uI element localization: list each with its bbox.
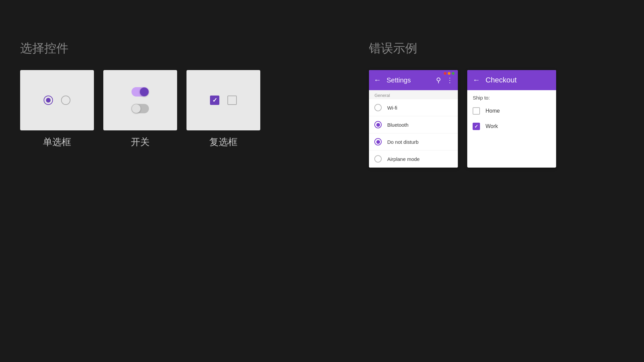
checkout-item-work[interactable]: ✓ Work [467, 119, 556, 134]
settings-bluetooth-text: Bluetooth [387, 122, 408, 128]
checkbox-card: ✓ [186, 70, 260, 130]
settings-item-wifi[interactable]: Wi-fi [369, 99, 458, 116]
back-arrow-icon[interactable]: ← [374, 76, 381, 84]
radio-wifi-icon [374, 104, 382, 111]
checkbox-card-group: ✓ 复选框 [186, 70, 260, 148]
status-dots [440, 70, 458, 77]
checkbox-group: ✓ [210, 96, 237, 105]
checkout-ship-to: Ship to: [467, 90, 556, 103]
radio-bluetooth-icon [374, 121, 382, 128]
page-content: 选择控件 单选框 [0, 0, 644, 188]
toggle-card [103, 70, 177, 130]
radio-airplane-icon [374, 155, 382, 163]
checkmark-work-icon: ✓ [474, 124, 478, 129]
more-icon[interactable]: ⋮ [446, 76, 453, 84]
left-section: 选择控件 单选框 [20, 40, 260, 148]
radio-card-group: 单选框 [20, 70, 94, 148]
dot-red [444, 72, 446, 75]
demo-cards: 单选框 开关 [20, 70, 260, 148]
toggle-on[interactable] [131, 87, 149, 97]
toggle-on-knob [140, 87, 149, 96]
radio-inner-dot [46, 98, 51, 103]
toggle-group [131, 87, 149, 113]
checkout-item-home[interactable]: Home [467, 103, 556, 119]
toggle-off-knob [132, 104, 141, 113]
checkmark-icon: ✓ [212, 97, 217, 104]
checkout-back-icon[interactable]: ← [473, 76, 480, 84]
checkbox-label: 复选框 [209, 136, 237, 148]
checkbox-work-icon: ✓ [473, 123, 480, 130]
settings-general-label: General [369, 90, 458, 99]
checkout-header: ← Checkout [467, 70, 556, 90]
settings-airplane-text: Airplane mode [387, 156, 420, 162]
checkout-home-text: Home [485, 108, 500, 114]
radio-card [20, 70, 94, 130]
toggle-label: 开关 [131, 136, 150, 148]
radio-dnd-icon [374, 138, 382, 145]
radio-unselected[interactable] [61, 96, 70, 105]
radio-selected[interactable] [44, 96, 53, 105]
settings-title: Settings [386, 76, 431, 84]
settings-card: ← Settings ⚲ ⋮ General Wi-fi [369, 70, 458, 168]
settings-dnd-text: Do not disturb [387, 139, 418, 145]
checkbox-unchecked[interactable] [227, 96, 237, 105]
checkout-work-text: Work [485, 123, 498, 129]
radio-dnd-inner [376, 140, 380, 144]
error-cards: ← Settings ⚲ ⋮ General Wi-fi [369, 70, 556, 168]
checkbox-home-icon [473, 107, 480, 115]
checkout-title: Checkout [485, 76, 517, 84]
toggle-card-group: 开关 [103, 70, 177, 148]
toggle-off[interactable] [131, 104, 149, 113]
settings-item-dnd[interactable]: Do not disturb [369, 133, 458, 150]
left-section-title: 选择控件 [20, 40, 260, 57]
settings-wifi-text: Wi-fi [387, 105, 397, 111]
search-icon[interactable]: ⚲ [436, 76, 441, 84]
right-section: 错误示例 ← Settings ⚲ ⋮ Gen [369, 40, 556, 168]
dot-orange [448, 72, 450, 75]
radio-bluetooth-inner [376, 123, 380, 127]
settings-item-airplane[interactable]: Airplane mode [369, 150, 458, 168]
radio-label: 单选框 [43, 136, 71, 148]
radio-group [44, 96, 70, 105]
checkbox-checked[interactable]: ✓ [210, 96, 219, 105]
right-section-title: 错误示例 [369, 40, 556, 57]
settings-header-wrap: ← Settings ⚲ ⋮ [369, 70, 458, 90]
dot-green [452, 72, 454, 75]
settings-item-bluetooth[interactable]: Bluetooth [369, 116, 458, 133]
checkout-card: ← Checkout Ship to: Home ✓ Work [467, 70, 556, 168]
